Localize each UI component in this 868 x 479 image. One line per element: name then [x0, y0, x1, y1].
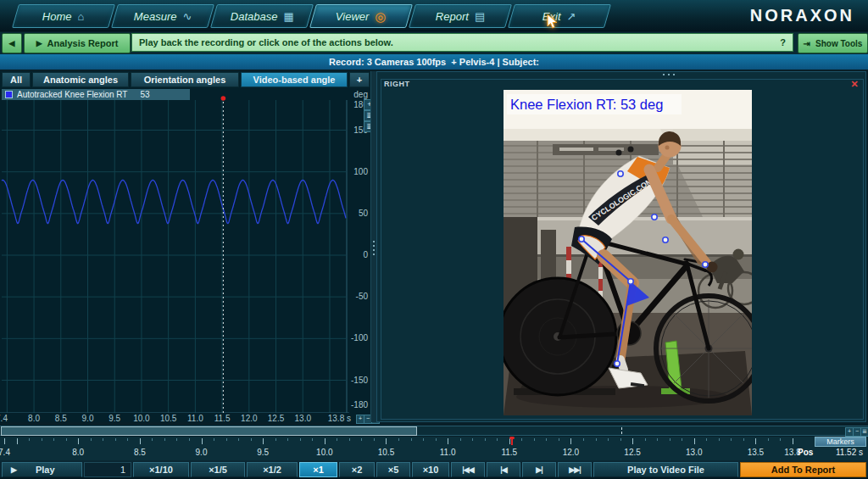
- timeline-tick: [670, 438, 670, 441]
- knee-flexion-chart[interactable]: [0, 88, 349, 413]
- play-button[interactable]: ▶ Play: [2, 462, 82, 477]
- speed-button-5[interactable]: ×5: [376, 462, 410, 477]
- chart-legend[interactable]: Autotracked Knee Flexion RT 53: [2, 89, 190, 100]
- x-tick-label: 9.0: [82, 414, 94, 423]
- markers-button[interactable]: Markers: [815, 437, 866, 447]
- collapse-panel-button[interactable]: ◀: [2, 33, 22, 53]
- timeline-tick: [42, 438, 42, 441]
- nav-tab-label: Viewer: [336, 10, 370, 23]
- timeline-tick-label: 10.5: [378, 448, 394, 457]
- timeline-tick: [743, 438, 744, 441]
- plus-icon: +: [357, 75, 362, 85]
- timeline-tick: [66, 438, 67, 441]
- mouse-cursor-icon: [547, 14, 559, 30]
- show-tools-button[interactable]: ⇥ Show Tools: [798, 33, 868, 53]
- add-tab-button[interactable]: +: [349, 72, 370, 87]
- timeline-tick: [719, 438, 720, 441]
- playback-timeline[interactable]: Markers 7.48.08.59.09.510.010.511.011.51…: [0, 437, 868, 460]
- timeline-tick: [214, 438, 214, 441]
- nav-tab-label: Home: [42, 10, 72, 23]
- x-tick-label: 10.0: [133, 414, 149, 423]
- position-value: 11.52 s: [815, 448, 863, 457]
- timeline-tick: [78, 438, 79, 444]
- video-view[interactable]: CYCLOLOGIC.COM: [504, 90, 752, 415]
- timeline-tick: [497, 438, 498, 441]
- timeline-tick: [472, 438, 473, 441]
- scrollbar-position-handle[interactable]: [621, 427, 624, 434]
- nav-tab-measure[interactable]: Measure∿: [111, 4, 214, 28]
- x-tick-label: 8.5: [55, 414, 67, 423]
- angle-readout-overlay: Knee Flexion RT: 53 deg: [510, 97, 663, 112]
- play-to-video-file-button[interactable]: Play to Video File: [593, 462, 738, 477]
- speed-button-1-2[interactable]: ×1/2: [247, 462, 298, 477]
- timeline-tick: [238, 438, 239, 441]
- video-panel: RIGHT ✕: [376, 71, 866, 422]
- timeline-options-button[interactable]: ≣: [860, 427, 868, 437]
- nav-tab-home[interactable]: Home⌂: [12, 4, 115, 28]
- nav-tab-viewer[interactable]: Viewer◎: [309, 4, 413, 28]
- panel-splitter[interactable]: [370, 71, 376, 422]
- close-icon[interactable]: ✕: [849, 79, 860, 89]
- scrollbar-thumb[interactable]: [1, 426, 417, 436]
- timeline-tick: [312, 438, 313, 441]
- timeline-tick: [632, 438, 633, 444]
- speed-button-10[interactable]: ×10: [412, 462, 449, 477]
- timeline-tick: [127, 438, 128, 441]
- viewer-target-icon: ◎: [376, 10, 387, 23]
- x-tick-label: 11.5: [214, 414, 231, 423]
- nav-tab-exit[interactable]: Exit↗: [508, 4, 611, 28]
- speed-button-1[interactable]: ×1: [299, 462, 337, 477]
- x-axis-end-label: 13.8 s: [317, 414, 351, 423]
- chart-cursor-head: [221, 96, 226, 101]
- skip-to-start-button[interactable]: |◀◀: [451, 462, 485, 477]
- timeline-tick-label: 8.0: [72, 448, 84, 457]
- timeline-cursor[interactable]: [511, 437, 513, 445]
- step-forward-button[interactable]: ▶|: [522, 462, 556, 477]
- nav-tab-report[interactable]: Report▤: [409, 4, 512, 28]
- chart-panel: All Anatomic angles Orientation angles V…: [0, 71, 370, 422]
- timeline-tick: [485, 438, 486, 441]
- timeline-tick: [768, 438, 769, 441]
- skip-to-end-button[interactable]: ▶▶|: [558, 462, 592, 477]
- speed-button-1-10[interactable]: ×1/10: [133, 462, 189, 477]
- speed-button-1-5[interactable]: ×1/5: [191, 462, 245, 477]
- nav-tab-database[interactable]: Database▦: [210, 4, 314, 28]
- repeat-count-input[interactable]: 1: [84, 462, 131, 477]
- tab-video-based-angle[interactable]: Video-based angle: [241, 72, 348, 87]
- tab-label: Video-based angle: [253, 75, 336, 85]
- show-tools-icon: ⇥: [804, 39, 810, 48]
- timeline-tick: [386, 438, 387, 444]
- timeline-tick: [337, 438, 337, 441]
- step-back-button[interactable]: |◀: [487, 462, 520, 477]
- timeline-tick: [189, 438, 190, 441]
- tab-orientation-angles[interactable]: Orientation angles: [131, 72, 239, 87]
- show-tools-label: Show Tools: [815, 39, 862, 48]
- timeline-tick: [300, 438, 301, 441]
- help-button[interactable]: ?: [780, 37, 786, 47]
- video-panel-title: RIGHT: [384, 80, 410, 88]
- series-color-swatch: [5, 91, 13, 98]
- speed-button-2[interactable]: ×2: [339, 462, 375, 477]
- timeline-scrollbar[interactable]: + − ≣: [0, 426, 868, 436]
- timeline-tick: [325, 438, 326, 444]
- tab-all[interactable]: All: [2, 72, 31, 87]
- timeline-tick: [251, 438, 252, 441]
- timeline-tick: [546, 438, 547, 441]
- timeline-tick: [570, 438, 571, 444]
- timeline-tick-label: 11.5: [501, 448, 517, 457]
- add-to-report-button[interactable]: Add To Report: [740, 462, 866, 477]
- timeline-tick-label: 12.0: [563, 448, 579, 457]
- timeline-tick: [176, 438, 177, 441]
- timeline-tick: [4, 438, 5, 444]
- database-icon: ▦: [283, 11, 293, 22]
- timeline-tick: [645, 438, 646, 441]
- x-tick-label: 12.0: [241, 414, 257, 423]
- play-label: Play: [36, 465, 55, 475]
- timeline-tick: [374, 438, 375, 441]
- timeline-tick-label: 13.5: [748, 448, 764, 457]
- tab-anatomic-angles[interactable]: Anatomic angles: [32, 72, 129, 87]
- timeline-tick: [263, 438, 264, 444]
- analysis-report-button[interactable]: ▶ Analysis Report: [24, 33, 131, 53]
- timeline-tick-label: 9.5: [257, 448, 269, 457]
- y-tick-label: 100: [344, 167, 368, 176]
